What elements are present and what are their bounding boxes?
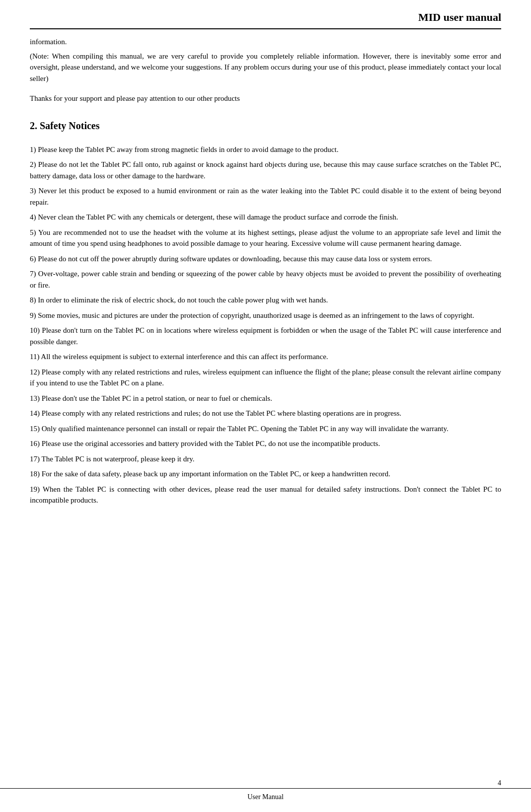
content-area: information. (Note: When compiling this …	[30, 36, 501, 540]
safety-item-7: 7) Over-voltage, power cable strain and …	[30, 268, 501, 291]
page-container: MID user manual information. (Note: When…	[0, 0, 531, 812]
safety-item-1: 1) Please keep the Tablet PC away from s…	[30, 144, 501, 155]
safety-item-11: 11) All the wireless equipment is subjec…	[30, 351, 501, 363]
thanks-line: Thanks for your support and please pay a…	[30, 93, 501, 104]
page-number: 4	[498, 778, 501, 788]
safety-item-8: 8) In order to eliminate the risk of ele…	[30, 295, 501, 306]
intro-line2: (Note: When compiling this manual, we ar…	[30, 51, 501, 84]
safety-item-18: 18) For the sake of data safety, please …	[30, 468, 501, 480]
safety-item-10: 10) Please don't turn on the Tablet PC o…	[30, 325, 501, 347]
safety-item-13: 13) Please don't use the Tablet PC in a …	[30, 393, 501, 404]
intro-line1: information.	[30, 36, 501, 48]
safety-item-16: 16) Please use the original accessories …	[30, 438, 501, 449]
safety-item-3: 3) Never let this product be exposed to …	[30, 185, 501, 208]
page-footer: User Manual	[0, 788, 531, 802]
safety-items-list: 1) Please keep the Tablet PC away from s…	[30, 144, 501, 506]
intro-section: information. (Note: When compiling this …	[30, 36, 501, 84]
footer-label: User Manual	[247, 793, 284, 801]
section2-title: 2. Safety Notices	[30, 118, 501, 133]
safety-item-4: 4) Never clean the Tablet PC with any ch…	[30, 212, 501, 223]
page-header: MID user manual	[30, 0, 501, 29]
safety-item-6: 6) Please do not cut off the power abrup…	[30, 253, 501, 265]
safety-item-15: 15) Only qualified maintenance personnel…	[30, 423, 501, 435]
safety-item-2: 2) Please do not let the Tablet PC fall …	[30, 159, 501, 181]
safety-item-17: 17) The Tablet PC is not waterproof, ple…	[30, 453, 501, 465]
safety-item-12: 12) Please comply with any related restr…	[30, 367, 501, 389]
header-title: MID user manual	[418, 11, 501, 23]
safety-item-9: 9) Some movies, music and pictures are u…	[30, 310, 501, 321]
safety-item-14: 14) Please comply with any related restr…	[30, 408, 501, 419]
safety-item-19: 19) When the Tablet PC is connecting wit…	[30, 484, 501, 506]
safety-item-5: 5) You are recommended not to use the he…	[30, 227, 501, 249]
